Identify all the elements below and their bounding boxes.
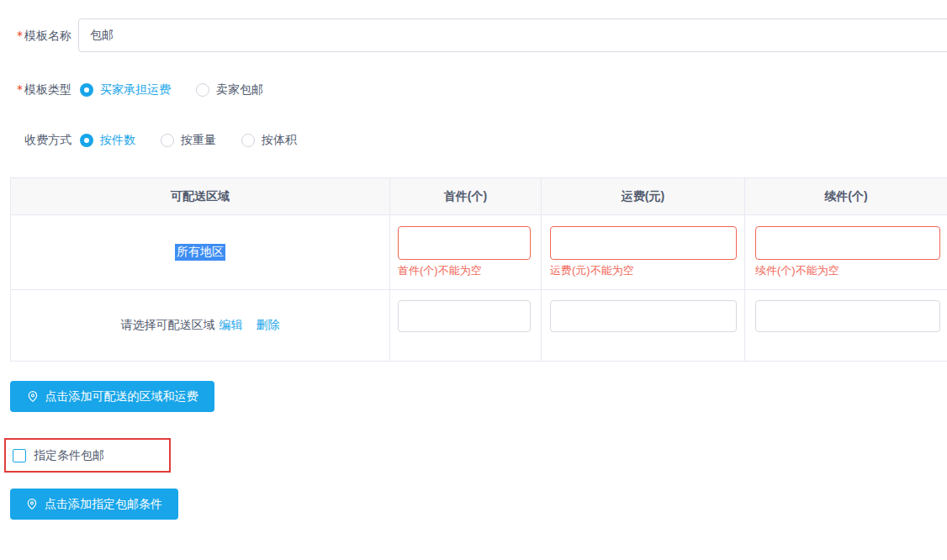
header-deliverable-area: 可配送区域 <box>11 178 390 215</box>
radio-by-piece-label: 按件数 <box>100 133 135 148</box>
radio-by-piece[interactable]: 按件数 <box>80 133 135 148</box>
location-pin-icon <box>26 498 38 510</box>
additional-piece-cell: 续件(个)不能为空 <box>745 215 947 290</box>
radio-dot <box>84 138 89 143</box>
first-piece-input-2[interactable] <box>398 300 531 332</box>
edit-link[interactable]: 编辑 <box>220 318 243 333</box>
radio-buyer-pays-shipping[interactable]: 买家承担运费 <box>80 82 171 98</box>
first-piece-cell-2 <box>390 290 542 361</box>
template-type-row: *模板类型 买家承担运费 卖家包邮 <box>12 82 947 98</box>
all-regions-text: 所有地区 <box>175 244 225 261</box>
template-name-input[interactable] <box>78 18 947 52</box>
first-piece-cell: 首件(个)不能为空 <box>390 215 542 290</box>
radio-seller-free-shipping[interactable]: 卖家包邮 <box>196 82 263 98</box>
template-name-label: *模板名称 <box>12 18 71 52</box>
freight-cell: 运费(元)不能为空 <box>542 215 745 290</box>
add-condition-button-label: 点击添加指定包邮条件 <box>45 497 162 512</box>
charge-method-label: 收费方式 <box>12 133 71 148</box>
radio-unselected-icon <box>161 134 174 147</box>
charge-method-row: 收费方式 按件数 按重量 按体积 <box>12 132 947 149</box>
header-freight: 运费(元) <box>542 178 745 215</box>
add-region-button-label: 点击添加可配送的区域和运费 <box>45 389 198 404</box>
select-region-text: 请选择可配送区域 <box>121 318 215 333</box>
area-cell-all-regions: 所有地区 <box>11 215 390 290</box>
template-name-row: *模板名称 <box>12 18 947 52</box>
template-type-label-text: 模板类型 <box>24 82 71 96</box>
conditional-free-shipping-checkbox[interactable] <box>13 449 26 462</box>
freight-error: 运费(元)不能为空 <box>550 263 744 278</box>
first-piece-error: 首件(个)不能为空 <box>398 263 541 278</box>
radio-selected-icon <box>80 134 93 147</box>
freight-input[interactable] <box>550 226 737 260</box>
additional-piece-input-2[interactable] <box>755 300 940 332</box>
required-asterisk: * <box>17 82 23 96</box>
additional-piece-cell-2 <box>745 290 947 361</box>
header-additional-piece: 续件(个) <box>745 178 947 215</box>
delete-link[interactable]: 删除 <box>257 318 280 333</box>
radio-unselected-icon <box>241 134 255 147</box>
template-type-label: *模板类型 <box>12 82 71 98</box>
conditional-free-shipping-box: 指定条件包邮 <box>4 438 171 473</box>
location-pin-icon <box>27 390 39 403</box>
radio-unselected-icon <box>196 83 209 97</box>
additional-piece-input[interactable] <box>755 226 940 260</box>
freight-cell-2 <box>542 290 745 361</box>
radio-by-weight[interactable]: 按重量 <box>161 133 216 148</box>
add-condition-button[interactable]: 点击添加指定包邮条件 <box>10 489 178 520</box>
shipping-fee-table: 可配送区域 首件(个) 运费(元) 续件(个) 所有地区 首件(个)不能为空 运… <box>10 177 947 362</box>
radio-buyer-pays-label: 买家承担运费 <box>100 82 171 98</box>
radio-by-weight-label: 按重量 <box>181 133 216 148</box>
conditional-free-shipping-label: 指定条件包邮 <box>34 448 104 463</box>
radio-by-volume-label: 按体积 <box>262 133 297 148</box>
additional-piece-error: 续件(个)不能为空 <box>755 263 947 278</box>
radio-seller-free-label: 卖家包邮 <box>216 82 263 98</box>
radio-dot <box>84 87 89 92</box>
add-region-button[interactable]: 点击添加可配送的区域和运费 <box>10 381 214 412</box>
header-first-piece: 首件(个) <box>390 178 542 215</box>
freight-input-2[interactable] <box>550 300 737 332</box>
radio-by-volume[interactable]: 按体积 <box>241 133 297 148</box>
area-cell-select-region: 请选择可配送区域 编辑 删除 <box>11 290 390 361</box>
radio-selected-icon <box>80 83 93 97</box>
required-asterisk: * <box>17 29 23 42</box>
template-name-label-text: 模板名称 <box>24 29 71 42</box>
freight-template-form: *模板名称 *模板类型 买家承担运费 卖家包邮 收费方式 按件数 按重量 按体积 <box>0 0 947 560</box>
first-piece-input[interactable] <box>398 226 531 260</box>
